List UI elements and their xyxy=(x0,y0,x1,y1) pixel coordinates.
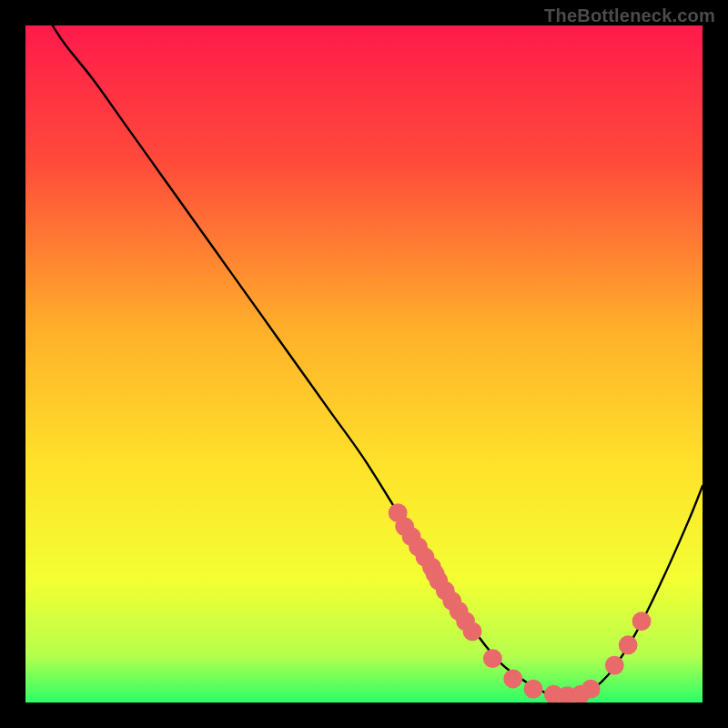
highlight-dot xyxy=(524,680,543,699)
highlight-dot xyxy=(632,612,652,631)
highlight-dot xyxy=(503,670,522,689)
highlight-dot xyxy=(581,680,601,699)
chart-stage: TheBottleneck.com xyxy=(0,0,728,728)
highlight-dot xyxy=(605,656,624,675)
highlight-dot xyxy=(483,649,502,668)
watermark-text: TheBottleneck.com xyxy=(544,5,715,26)
highlight-dot xyxy=(463,622,482,641)
highlight-dot xyxy=(619,635,638,654)
chart-svg xyxy=(25,25,703,703)
plot-area xyxy=(25,25,703,703)
